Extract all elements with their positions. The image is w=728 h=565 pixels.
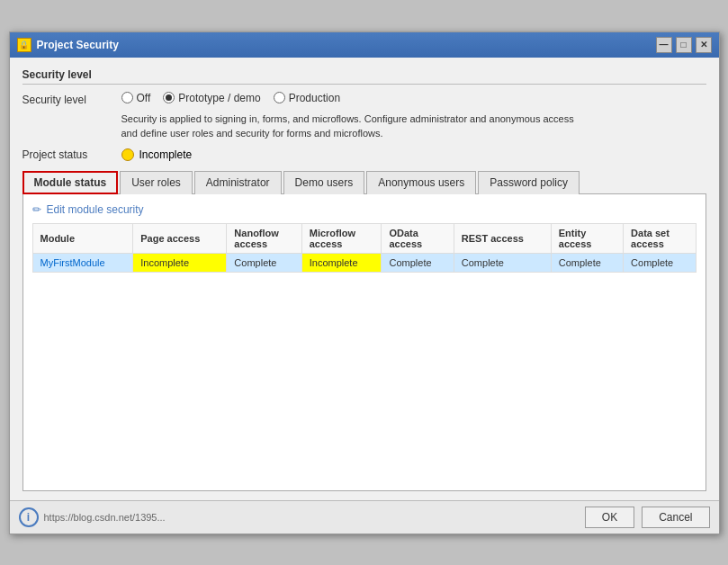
window-footer: i https://blog.csdn.net/1395... OK Cance…: [10, 500, 719, 534]
security-level-label: Security level: [22, 92, 121, 106]
title-bar-left: 🔒 Project Security: [17, 38, 119, 52]
radio-production-input[interactable]: [274, 92, 285, 103]
footer-right: OK Cancel: [585, 507, 710, 528]
cell-page-access: Incomplete: [133, 253, 227, 272]
edit-module-label: Edit module security: [47, 203, 144, 216]
cell-module: MyFirstModule: [32, 253, 133, 272]
pencil-icon: ✏: [32, 203, 41, 216]
table-body: MyFirstModule Incomplete Complete Incomp…: [32, 253, 696, 272]
tab-password-policy[interactable]: Password policy: [478, 171, 580, 194]
project-status-label: Project status: [22, 148, 121, 161]
cell-entity: Complete: [551, 253, 623, 272]
radio-off-label: Off: [137, 92, 151, 104]
tab-demo-users[interactable]: Demo users: [283, 171, 365, 194]
project-status-row: Project status Incomplete: [22, 148, 706, 161]
table-header: Module Page access Nanoflowaccess Microf…: [32, 223, 696, 253]
minimize-button[interactable]: —: [656, 37, 672, 53]
title-bar-controls: — □ ✕: [656, 37, 712, 53]
cell-rest: Complete: [454, 253, 551, 272]
tab-administrator[interactable]: Administrator: [194, 171, 282, 194]
cancel-button[interactable]: Cancel: [642, 507, 709, 528]
status-dot-icon: [121, 148, 134, 161]
radio-production-label: Production: [289, 92, 340, 104]
window-icon: 🔒: [17, 38, 31, 52]
security-level-section-header: Security level: [22, 68, 706, 85]
module-table: Module Page access Nanoflowaccess Microf…: [32, 223, 697, 273]
tabs-container: Module status User roles Administrator D…: [22, 170, 706, 194]
col-odata: ODataaccess: [382, 223, 454, 253]
radio-off[interactable]: Off: [121, 92, 151, 104]
edit-module-security-row[interactable]: ✏ Edit module security: [32, 203, 697, 216]
cell-dataset: Complete: [624, 253, 696, 272]
col-dataset: Data setaccess: [624, 223, 696, 253]
status-value: Incomplete: [139, 148, 193, 161]
col-microflow: Microflowaccess: [301, 223, 382, 253]
close-button[interactable]: ✕: [696, 37, 712, 53]
security-level-row: Security level Off Prototype / demo Prod…: [22, 92, 706, 106]
radio-prototype-input[interactable]: [163, 92, 175, 103]
project-security-window: 🔒 Project Security — □ ✕ Security level …: [9, 31, 720, 534]
security-level-radio-group: Off Prototype / demo Production: [121, 92, 341, 104]
col-rest: REST access: [454, 223, 551, 253]
maximize-button[interactable]: □: [676, 37, 692, 53]
info-button[interactable]: i: [19, 507, 39, 527]
status-indicator: Incomplete: [121, 148, 193, 161]
tab-content: ✏ Edit module security Module Page acces…: [22, 194, 706, 491]
cell-odata: Complete: [382, 253, 454, 272]
col-module: Module: [32, 223, 133, 253]
col-entity: Entityaccess: [551, 223, 623, 253]
tab-user-roles[interactable]: User roles: [120, 171, 193, 194]
ok-button[interactable]: OK: [585, 507, 634, 528]
cell-nanoflow: Complete: [227, 253, 301, 272]
footer-left: i https://blog.csdn.net/1395...: [19, 507, 166, 527]
radio-off-input[interactable]: [121, 92, 133, 103]
tab-module-status[interactable]: Module status: [22, 171, 119, 194]
footer-url: https://blog.csdn.net/1395...: [44, 512, 166, 523]
radio-prototype[interactable]: Prototype / demo: [163, 92, 260, 104]
tab-anonymous-users[interactable]: Anonymous users: [366, 171, 476, 194]
col-nanoflow: Nanoflowaccess: [227, 223, 301, 253]
title-bar: 🔒 Project Security — □ ✕: [10, 32, 719, 58]
window-title: Project Security: [37, 39, 119, 51]
cell-microflow: Incomplete: [301, 253, 382, 272]
table-row[interactable]: MyFirstModule Incomplete Complete Incomp…: [32, 253, 696, 272]
radio-production[interactable]: Production: [274, 92, 340, 104]
security-description: Security is applied to signing in, forms…: [121, 112, 706, 141]
window-body: Security level Security level Off Protot…: [10, 58, 719, 500]
col-page-access: Page access: [133, 223, 227, 253]
radio-prototype-label: Prototype / demo: [178, 92, 260, 104]
header-row: Module Page access Nanoflowaccess Microf…: [32, 223, 696, 253]
